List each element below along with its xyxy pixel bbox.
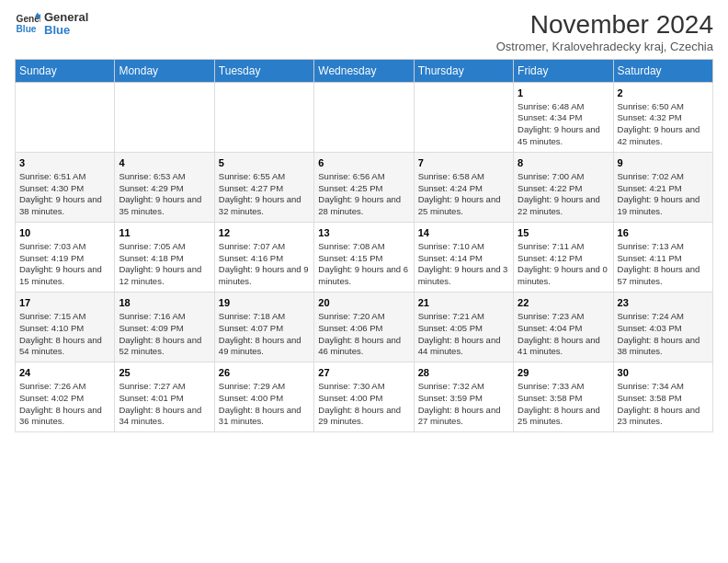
day-number: 27 [318, 366, 409, 380]
day-number: 8 [518, 156, 609, 170]
day-number: 20 [318, 296, 409, 310]
day-number: 2 [618, 86, 709, 100]
day-number: 18 [119, 296, 210, 310]
svg-text:Blue: Blue [17, 25, 37, 35]
weekday-header: Sunday [16, 59, 115, 82]
day-number: 24 [19, 366, 110, 380]
day-number: 13 [318, 226, 409, 240]
day-number: 6 [318, 156, 409, 170]
calendar-cell: 27Sunrise: 7:30 AMSunset: 4:00 PMDayligh… [314, 362, 414, 432]
day-info: Sunrise: 7:08 AMSunset: 4:15 PMDaylight:… [318, 241, 409, 288]
calendar-cell: 16Sunrise: 7:13 AMSunset: 4:11 PMDayligh… [613, 222, 712, 292]
day-info: Sunrise: 7:02 AMSunset: 4:21 PMDaylight:… [618, 171, 709, 218]
day-number: 7 [418, 156, 509, 170]
calendar-cell [414, 82, 513, 152]
day-info: Sunrise: 7:26 AMSunset: 4:02 PMDaylight:… [19, 381, 110, 428]
day-info: Sunrise: 7:13 AMSunset: 4:11 PMDaylight:… [618, 241, 709, 288]
calendar-cell: 20Sunrise: 7:20 AMSunset: 4:06 PMDayligh… [314, 293, 414, 362]
calendar-cell: 26Sunrise: 7:29 AMSunset: 4:00 PMDayligh… [214, 362, 313, 432]
day-info: Sunrise: 7:33 AMSunset: 3:58 PMDaylight:… [518, 381, 609, 428]
logo-icon: General Blue [15, 11, 40, 37]
calendar-cell: 24Sunrise: 7:26 AMSunset: 4:02 PMDayligh… [16, 362, 115, 432]
day-number: 26 [219, 366, 310, 380]
calendar-cell: 23Sunrise: 7:24 AMSunset: 4:03 PMDayligh… [613, 293, 712, 362]
day-number: 9 [618, 156, 709, 170]
day-number: 28 [418, 366, 509, 380]
logo-text-line1: General [44, 11, 88, 24]
calendar-cell [115, 82, 214, 152]
calendar-cell: 3Sunrise: 6:51 AMSunset: 4:30 PMDaylight… [16, 152, 115, 222]
day-info: Sunrise: 7:07 AMSunset: 4:16 PMDaylight:… [219, 241, 310, 288]
calendar-cell: 22Sunrise: 7:23 AMSunset: 4:04 PMDayligh… [514, 293, 613, 362]
day-info: Sunrise: 6:48 AMSunset: 4:34 PMDaylight:… [518, 101, 609, 148]
calendar-cell: 25Sunrise: 7:27 AMSunset: 4:01 PMDayligh… [115, 362, 214, 432]
weekday-header: Friday [514, 59, 613, 82]
day-info: Sunrise: 7:00 AMSunset: 4:22 PMDaylight:… [518, 171, 609, 218]
calendar-table: SundayMondayTuesdayWednesdayThursdayFrid… [15, 59, 713, 432]
day-number: 15 [518, 226, 609, 240]
weekday-header: Thursday [414, 59, 513, 82]
calendar-cell: 30Sunrise: 7:34 AMSunset: 3:58 PMDayligh… [613, 362, 712, 432]
calendar-cell: 29Sunrise: 7:33 AMSunset: 3:58 PMDayligh… [514, 362, 613, 432]
day-number: 29 [518, 366, 609, 380]
day-number: 3 [19, 156, 110, 170]
day-info: Sunrise: 6:51 AMSunset: 4:30 PMDaylight:… [19, 171, 110, 218]
day-info: Sunrise: 6:50 AMSunset: 4:32 PMDaylight:… [618, 101, 709, 148]
calendar-cell [214, 82, 313, 152]
day-info: Sunrise: 6:53 AMSunset: 4:29 PMDaylight:… [119, 171, 210, 218]
day-number: 12 [219, 226, 310, 240]
day-info: Sunrise: 7:20 AMSunset: 4:06 PMDaylight:… [318, 311, 409, 358]
day-number: 10 [19, 226, 110, 240]
calendar-cell: 11Sunrise: 7:05 AMSunset: 4:18 PMDayligh… [115, 222, 214, 292]
calendar-cell: 19Sunrise: 7:18 AMSunset: 4:07 PMDayligh… [214, 293, 313, 362]
calendar-cell: 18Sunrise: 7:16 AMSunset: 4:09 PMDayligh… [115, 293, 214, 362]
day-info: Sunrise: 7:30 AMSunset: 4:00 PMDaylight:… [318, 381, 409, 428]
day-number: 14 [418, 226, 509, 240]
calendar-cell: 12Sunrise: 7:07 AMSunset: 4:16 PMDayligh… [214, 222, 313, 292]
day-number: 17 [19, 296, 110, 310]
weekday-header: Saturday [613, 59, 712, 82]
day-info: Sunrise: 7:05 AMSunset: 4:18 PMDaylight:… [119, 241, 210, 288]
calendar-cell [314, 82, 414, 152]
day-info: Sunrise: 7:32 AMSunset: 3:59 PMDaylight:… [418, 381, 509, 428]
day-number: 21 [418, 296, 509, 310]
day-number: 1 [518, 86, 609, 100]
calendar-cell: 10Sunrise: 7:03 AMSunset: 4:19 PMDayligh… [16, 222, 115, 292]
title-block: November 2024 Ostromer, Kralovehradecky … [496, 11, 713, 53]
day-info: Sunrise: 7:03 AMSunset: 4:19 PMDaylight:… [19, 241, 110, 288]
day-info: Sunrise: 7:18 AMSunset: 4:07 PMDaylight:… [219, 311, 310, 358]
day-info: Sunrise: 6:58 AMSunset: 4:24 PMDaylight:… [418, 171, 509, 218]
day-number: 25 [119, 366, 210, 380]
calendar-cell: 1Sunrise: 6:48 AMSunset: 4:34 PMDaylight… [514, 82, 613, 152]
calendar-cell: 4Sunrise: 6:53 AMSunset: 4:29 PMDaylight… [115, 152, 214, 222]
calendar-cell: 2Sunrise: 6:50 AMSunset: 4:32 PMDaylight… [613, 82, 712, 152]
day-number: 5 [219, 156, 310, 170]
day-number: 22 [518, 296, 609, 310]
day-number: 19 [219, 296, 310, 310]
day-info: Sunrise: 6:55 AMSunset: 4:27 PMDaylight:… [219, 171, 310, 218]
day-number: 23 [618, 296, 709, 310]
calendar-cell: 15Sunrise: 7:11 AMSunset: 4:12 PMDayligh… [514, 222, 613, 292]
calendar-cell: 21Sunrise: 7:21 AMSunset: 4:05 PMDayligh… [414, 293, 513, 362]
calendar-cell: 28Sunrise: 7:32 AMSunset: 3:59 PMDayligh… [414, 362, 513, 432]
day-number: 30 [618, 366, 709, 380]
calendar-cell: 6Sunrise: 6:56 AMSunset: 4:25 PMDaylight… [314, 152, 414, 222]
calendar-cell [16, 82, 115, 152]
calendar-cell: 13Sunrise: 7:08 AMSunset: 4:15 PMDayligh… [314, 222, 414, 292]
day-info: Sunrise: 7:27 AMSunset: 4:01 PMDaylight:… [119, 381, 210, 428]
calendar-cell: 9Sunrise: 7:02 AMSunset: 4:21 PMDaylight… [613, 152, 712, 222]
day-info: Sunrise: 7:16 AMSunset: 4:09 PMDaylight:… [119, 311, 210, 358]
day-info: Sunrise: 7:23 AMSunset: 4:04 PMDaylight:… [518, 311, 609, 358]
day-info: Sunrise: 7:34 AMSunset: 3:58 PMDaylight:… [618, 381, 709, 428]
day-info: Sunrise: 7:29 AMSunset: 4:00 PMDaylight:… [219, 381, 310, 428]
logo: General Blue General Blue [15, 11, 88, 38]
calendar-cell: 17Sunrise: 7:15 AMSunset: 4:10 PMDayligh… [16, 293, 115, 362]
weekday-header: Wednesday [314, 59, 414, 82]
calendar-cell: 14Sunrise: 7:10 AMSunset: 4:14 PMDayligh… [414, 222, 513, 292]
page-header: General Blue General Blue November 2024 … [15, 11, 713, 53]
day-number: 16 [618, 226, 709, 240]
day-info: Sunrise: 6:56 AMSunset: 4:25 PMDaylight:… [318, 171, 409, 218]
day-number: 11 [119, 226, 210, 240]
calendar-cell: 8Sunrise: 7:00 AMSunset: 4:22 PMDaylight… [514, 152, 613, 222]
weekday-header: Tuesday [214, 59, 313, 82]
